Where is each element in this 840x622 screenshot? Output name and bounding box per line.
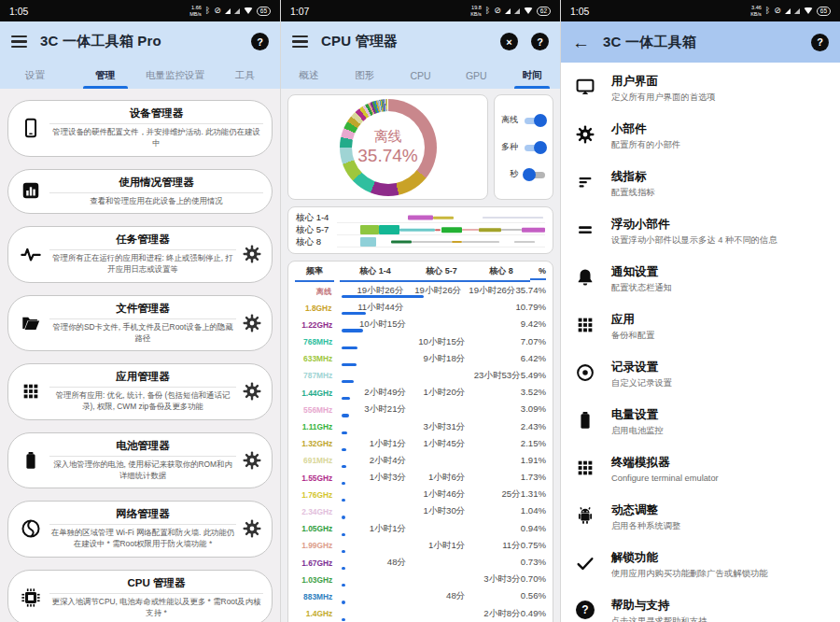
settings-menu-item[interactable]: 解锁功能使用应用内购买功能删除广告或解锁功能 [561, 545, 840, 593]
timeline-segment [379, 225, 399, 234]
help-icon[interactable]: ? [251, 33, 269, 50]
table-row[interactable]: 768MHz10小时15分7.07% [295, 334, 546, 351]
card-description: 在单独的区域管理 Wi-Fi 网络配置和防火墙. 此功能仍在建设中 * 需Roo… [49, 528, 236, 550]
help-icon[interactable]: ? [531, 33, 549, 50]
percent-progress-bar [342, 295, 424, 298]
gear-icon[interactable] [241, 450, 263, 471]
cpu-tab[interactable]: 概述 [281, 62, 337, 89]
card-title: 网络管理器 [49, 507, 236, 525]
close-icon[interactable]: × [500, 33, 518, 50]
table-row[interactable]: 1.44GHz2小时49分1小时20分3.52% [295, 385, 546, 402]
manager-tab[interactable]: 工具 [210, 62, 280, 89]
manager-card[interactable]: 网络管理器在单独的区域管理 Wi-Fi 网络配置和防火墙. 此功能仍在建设中 *… [7, 501, 273, 558]
cpu-tab[interactable]: 时间 [504, 62, 560, 89]
gear-icon[interactable] [241, 518, 263, 539]
back-arrow-icon[interactable]: ← [572, 34, 590, 51]
manager-tab[interactable]: 管理 [70, 62, 140, 89]
time-in-state-table: 频率核心 1-4核心 5-7核心 8% 离线19小时26分19小时26分19小时… [287, 261, 553, 622]
percent-progress-bar [342, 329, 363, 332]
settings-item-text: 浮动小部件设置浮动小部件以显示多达 4 种不同的信息 [611, 217, 831, 246]
settings-item-description: 自定义记录设置 [611, 378, 831, 389]
settings-item-text: 小部件配置所有的小部件 [611, 121, 831, 150]
table-row[interactable]: 1.67GHz48分0.73% [295, 555, 546, 572]
card-description: 管理你的SD卡文件, 手机文件及已Root设备上的隐藏路径 [49, 322, 236, 345]
table-row[interactable]: 633MHz9小时18分6.42% [295, 351, 546, 368]
manager-tab[interactable]: 电量监控设置 [140, 62, 210, 89]
table-row[interactable]: 1.05GHz1小时1分0.94% [295, 521, 546, 538]
settings-menu-item[interactable]: 通知设置配置状态栏通知 [561, 260, 840, 307]
table-row[interactable]: 1.4GHz2小时8分0.49% [295, 606, 546, 622]
manager-tab[interactable]: 设置 [0, 62, 70, 89]
timeline-segment [360, 237, 377, 247]
table-row[interactable]: 1.8GHz11小时44分10.79% [295, 300, 546, 317]
settings-menu-item[interactable]: 小部件配置所有的小部件 [561, 117, 840, 164]
cpu-tab[interactable]: CPU [393, 62, 449, 89]
core57-time: 3小时31分 [406, 421, 465, 433]
table-row[interactable]: 1.03GHz3小时3分0.70% [295, 572, 546, 588]
settings-item-text: 电量设置启用电池监控 [611, 407, 831, 436]
timeline-segment [412, 241, 451, 242]
frequency-label: 768MHz [295, 336, 332, 347]
table-row[interactable]: 883MHz48分0.56% [295, 588, 546, 605]
settings-menu-item[interactable]: ?帮助与支持点击这里寻求帮助和支持 [561, 593, 840, 622]
table-row[interactable]: 691MHz2小时4分1.91% [295, 453, 546, 470]
manager-card[interactable]: 设备管理器管理设备的硬件配置文件，并安排维护活动. 此功能仍在建设中 [7, 100, 273, 157]
toggle-switch[interactable] [523, 114, 547, 126]
manager-card[interactable]: 应用管理器管理所有应用: 优化, 统计, 备份 (包括短信和通话记录), 权限,… [7, 363, 273, 420]
toggle-switch[interactable] [523, 168, 547, 180]
gear-icon[interactable] [241, 381, 263, 402]
gear-icon[interactable] [241, 244, 263, 264]
percent-progress-bar [342, 312, 366, 315]
table-row[interactable]: 1.55GHz1小时3分1小时6分1.73% [295, 470, 546, 487]
settings-item-title: 线指标 [611, 169, 831, 185]
cpu-tab[interactable]: 图形 [337, 62, 393, 89]
card-body: 任务管理器管理所有正在运行的应用和进程: 终止或强制停止, 打开应用日志或设置等 [49, 233, 236, 276]
timeline-segment [479, 228, 502, 232]
hamburger-menu-icon[interactable] [292, 35, 308, 49]
settings-menu-item[interactable]: 动态调整启用各种系统调整 [561, 498, 840, 545]
manager-card[interactable]: CPU 管理器更深入地调节CPU, 电池寿命或性能以及更多 * 需Root及内核… [7, 570, 273, 622]
percent-value: 3.52% [521, 387, 546, 397]
table-row[interactable]: 离线19小时26分19小时26分19小时26分35.74% [295, 283, 546, 300]
settings-item-title: 解锁功能 [611, 550, 831, 566]
settings-item-text: 通知设置配置状态栏通知 [611, 264, 831, 293]
manager-card[interactable]: 文件管理器管理你的SD卡文件, 手机文件及已Root设备上的隐藏路径 [7, 295, 273, 352]
manager-card[interactable]: 电池管理器深入地管理你的电池, 使用标记来获取你的ROM和内详细统计数据 [7, 432, 273, 489]
table-row[interactable]: 1.32GHz1小时1分1小时45分2.15% [295, 436, 546, 453]
settings-menu-item[interactable]: 电量设置启用电池监控 [561, 403, 840, 450]
cpu-tab[interactable]: GPU [448, 62, 504, 89]
core-timeline-track [337, 237, 545, 247]
core14-time: 48分 [338, 557, 406, 569]
settings-menu-item[interactable]: 记录设置自定义记录设置 [561, 355, 840, 403]
manager-card[interactable]: 使用情况管理器查看和管理应用在此设备上的使用情况 [7, 169, 273, 215]
toggle-switch[interactable] [523, 141, 547, 153]
core-timeline-row: 核心 5-7 [296, 224, 545, 236]
percent-progress-bar [342, 550, 345, 553]
settings-menu-item[interactable]: 浮动小部件设置浮动小部件以显示多达 4 种不同的信息 [561, 212, 840, 260]
table-row[interactable]: 1.22GHz10小时15分9.42% [295, 317, 546, 333]
percent-value: 9.42% [521, 318, 546, 329]
table-row[interactable]: 787MHz23小时53分5.49% [295, 368, 546, 385]
settings-menu-item[interactable]: 应用备份和配置 [561, 307, 840, 355]
settings-menu-item[interactable]: 线指标配置线指标 [561, 164, 840, 212]
battery-level: 62 [537, 7, 551, 16]
table-row[interactable]: 556MHz3小时21分3.09% [295, 402, 546, 418]
core14-time: 1小时1分 [338, 523, 406, 535]
table-row[interactable]: 1.76GHz1小时46分25分1.31% [295, 487, 546, 503]
cpu-state-donut-chart: 离线 35.74% [340, 99, 437, 196]
help-icon[interactable]: ? [811, 34, 829, 51]
frequency-label: 1.99GHz [295, 540, 332, 551]
manager-card[interactable]: 任务管理器管理所有正在运行的应用和进程: 终止或强制停止, 打开应用日志或设置等 [7, 226, 273, 283]
table-row[interactable]: 1.99GHz1小时1分11分0.75% [295, 538, 546, 555]
table-row[interactable]: 2.34GHz1小时30分1.04% [295, 503, 546, 520]
hamburger-menu-icon[interactable] [11, 35, 27, 49]
settings-menu-item[interactable]: 终端模拟器Configure terminal emulator [561, 450, 840, 498]
grid-icon [17, 381, 45, 402]
percent-value: 5.49% [521, 370, 546, 380]
table-row[interactable]: 1.11GHz3小时31分2.43% [295, 419, 546, 436]
mute-icon: ⊘ [494, 7, 501, 15]
timeline-segment [435, 229, 441, 231]
settings-menu-item[interactable]: 用户界面定义所有用户界面的首选项 [561, 69, 840, 117]
frequency-label: 1.55GHz [295, 472, 332, 483]
gear-icon[interactable] [241, 313, 263, 333]
